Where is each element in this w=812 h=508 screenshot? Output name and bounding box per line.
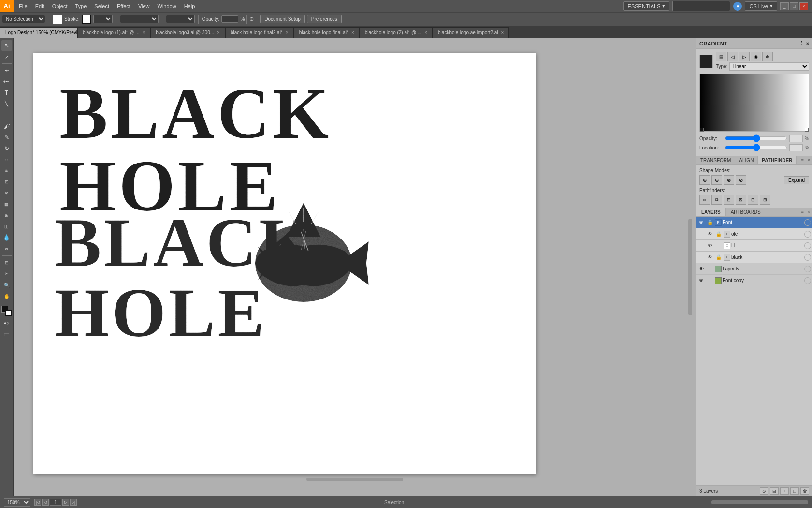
menu-type[interactable]: Type — [72, 2, 90, 10]
tab-close-icon[interactable]: × — [424, 30, 427, 35]
zoom-tool[interactable]: 🔍 — [1, 280, 12, 290]
unite-btn[interactable]: ⊕ — [699, 175, 710, 185]
layer-target-h[interactable] — [804, 242, 811, 249]
cs-live-button[interactable]: CS Live ▾ — [745, 1, 777, 11]
trim-btn[interactable]: ⧉ — [711, 195, 722, 205]
scale-tool[interactable]: ↔ — [1, 154, 12, 165]
layers-panel-menu-icon[interactable]: ≡ — [799, 208, 805, 216]
layer-font[interactable]: 👁 🔒 F Font — [696, 217, 812, 228]
layer-target-black[interactable] — [804, 254, 811, 261]
canvas-area[interactable]: BLACK HOLE BLACK HOLE — [14, 38, 696, 496]
symbol-tool[interactable]: ⊛ — [1, 188, 12, 198]
menu-view[interactable]: View — [135, 2, 153, 10]
crop-btn[interactable]: ⊠ — [736, 195, 746, 205]
outline-btn[interactable]: ⊡ — [748, 195, 758, 205]
rotate-tool[interactable]: ↻ — [1, 143, 12, 154]
tab-artboards[interactable]: ARTBOARDS — [726, 208, 766, 216]
status-scrollbar[interactable] — [711, 500, 808, 504]
panel-close-icon[interactable]: × — [806, 41, 809, 46]
next-page-btn[interactable]: ▷ — [62, 499, 69, 506]
first-page-btn[interactable]: |◁ — [34, 499, 41, 506]
layer-vis-5[interactable]: 👁 — [697, 265, 705, 273]
horizontal-scrollbar[interactable] — [306, 478, 403, 481]
column-graph-tool[interactable]: ▦ — [1, 199, 12, 209]
layer-target-font-copy[interactable] — [804, 277, 811, 284]
layer-target-ole[interactable] — [804, 231, 811, 238]
tab-close-icon[interactable]: × — [217, 30, 220, 35]
essentials-button[interactable]: ESSENTIALS ▾ — [624, 1, 670, 11]
style-select[interactable] — [120, 15, 159, 23]
color-mode-btn[interactable]: ●○ — [1, 318, 12, 329]
layer-5[interactable]: 👁 Layer 5 — [696, 263, 812, 275]
tab-close-icon[interactable]: × — [351, 30, 354, 35]
menu-file[interactable]: File — [15, 2, 31, 10]
location-value[interactable] — [789, 144, 803, 151]
menu-effect[interactable]: Effect — [114, 2, 134, 10]
menu-help[interactable]: Help — [181, 2, 199, 10]
merge-btn[interactable]: ⊟ — [724, 195, 734, 205]
tab-blackhole-2[interactable]: blackhole logo (2).ai* @ ... × — [360, 27, 433, 38]
layer-vis-ole[interactable]: 👁 — [706, 230, 714, 238]
opacity-input[interactable]: 100 — [221, 15, 238, 23]
close-button[interactable]: × — [799, 2, 808, 10]
gradient-tool[interactable]: ◫ — [1, 221, 12, 232]
tab-blackhole-final[interactable]: black hole logo final.ai* × — [294, 27, 360, 38]
pen-tool[interactable]: ✒ — [1, 65, 12, 76]
layer-h[interactable]: 👁 □ H — [696, 240, 812, 252]
search-input[interactable] — [672, 1, 730, 11]
gradient-stop-right[interactable] — [805, 128, 809, 132]
layers-panel-close-icon[interactable]: × — [806, 208, 812, 216]
selection-tool[interactable]: ↖ — [1, 40, 12, 51]
gradient-type-select[interactable]: Linear Radial — [729, 62, 809, 71]
delete-layer-btn[interactable]: 🗑 — [800, 487, 809, 495]
pencil-tool[interactable]: ✎ — [1, 132, 12, 143]
locate-object-btn[interactable]: ⊙ — [760, 487, 768, 495]
tab-transform[interactable]: TRANSFORM — [696, 156, 735, 164]
stroke-width-select[interactable] — [93, 15, 113, 23]
layer-font-copy[interactable]: 👁 Font copy — [696, 275, 812, 286]
tab-close-icon[interactable]: × — [501, 30, 504, 35]
expand-button[interactable]: Expand — [784, 176, 809, 184]
opacity-icon[interactable]: ⊙ — [246, 15, 256, 24]
add-anchor-tool[interactable]: +✒ — [1, 76, 12, 87]
size-select[interactable] — [166, 15, 195, 23]
type-tool[interactable]: T — [1, 88, 12, 98]
mesh-tool[interactable]: ⊞ — [1, 210, 12, 221]
menu-window[interactable]: Window — [154, 2, 180, 10]
gradient-color-swatch[interactable] — [699, 55, 713, 68]
exclude-btn[interactable]: ⊘ — [736, 175, 746, 185]
preferences-button[interactable]: Preferences — [307, 15, 342, 23]
eyedropper-tool[interactable]: 💧 — [1, 232, 12, 243]
layer-target-5[interactable] — [804, 266, 811, 272]
layer-black[interactable]: 👁 🔒 T black — [696, 252, 812, 263]
create-layer-btn[interactable]: □ — [790, 487, 799, 495]
minus-front-btn[interactable]: ⊖ — [711, 175, 722, 185]
layer-vis-font-copy[interactable]: 👁 — [697, 277, 705, 284]
tap-panel-close-icon[interactable]: × — [806, 156, 812, 164]
screen-mode-btn[interactable]: ▭ — [1, 329, 12, 340]
blend-tool[interactable]: ∞ — [1, 243, 12, 254]
tab-close-icon[interactable]: × — [286, 30, 289, 35]
layer-lock-font[interactable]: 🔒 — [706, 219, 714, 226]
tab-blackhole-import[interactable]: blackhole logo.ae import2.ai × — [433, 27, 509, 38]
make-clipping-mask-btn[interactable]: ⊟ — [770, 487, 779, 495]
page-input[interactable] — [50, 499, 61, 506]
line-tool[interactable]: ╲ — [1, 99, 12, 109]
menu-select[interactable]: Select — [91, 2, 113, 10]
gradient-panel-header[interactable]: GRADIENT ⋮ × — [696, 38, 812, 49]
fill-stroke-swatches[interactable] — [1, 306, 12, 316]
stroke-color-swatch[interactable] — [5, 310, 12, 316]
slice-tool[interactable]: ✂ — [1, 269, 12, 279]
gradient-preview-box[interactable] — [699, 74, 809, 132]
tap-panel-menu-icon[interactable]: ≡ — [799, 156, 805, 164]
arrow-right-btn[interactable]: ▷ — [739, 52, 750, 61]
menu-edit[interactable]: Edit — [32, 2, 48, 10]
intersect-btn[interactable]: ⊗ — [724, 175, 734, 185]
linear-gradient-btn[interactable]: ▤ — [716, 52, 726, 61]
document-setup-button[interactable]: Document Setup — [260, 15, 305, 23]
tab-close-icon[interactable]: × — [142, 30, 145, 35]
layer-lock-ole[interactable]: 🔒 — [715, 230, 723, 238]
tab-blackhole-1[interactable]: blackhole logo (1).ai* @ ... × — [77, 27, 150, 38]
tab-layers[interactable]: LAYERS — [696, 208, 726, 216]
gradient-stop-left[interactable] — [700, 128, 704, 132]
